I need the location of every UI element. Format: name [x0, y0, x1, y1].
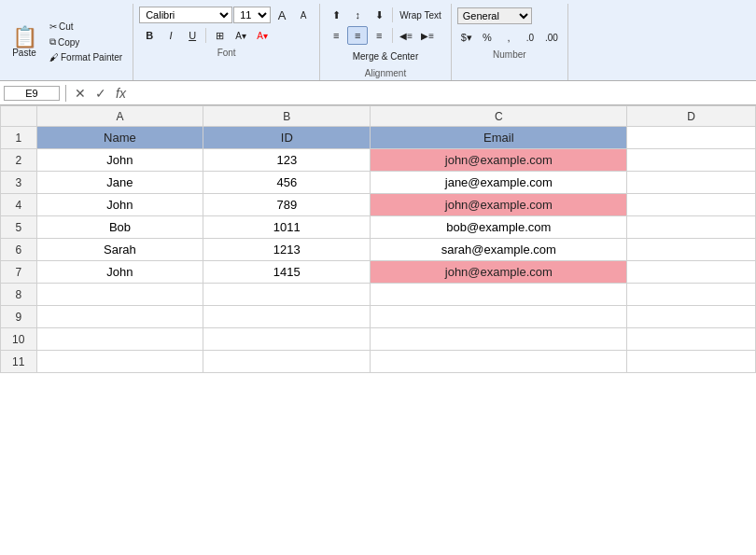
table-row: 5Bob1011bob@example.com: [1, 216, 756, 239]
cell-r8-c1[interactable]: [36, 284, 203, 306]
cell-r10-c4[interactable]: [627, 328, 756, 351]
cell-r5-c1[interactable]: Bob: [36, 216, 203, 239]
cell-r6-c3[interactable]: sarah@example.com: [371, 239, 627, 261]
row-header-11[interactable]: 11: [1, 351, 37, 373]
cell-r11-c4[interactable]: [627, 351, 756, 373]
align-left-button[interactable]: ≡: [326, 26, 346, 45]
cell-r6-c4[interactable]: [627, 239, 756, 261]
cell-r7-c3[interactable]: john@example.com: [371, 261, 627, 284]
align-center-button[interactable]: ≡: [347, 26, 368, 45]
row-header-8[interactable]: 8: [1, 284, 37, 306]
cell-r2-c4[interactable]: [627, 149, 756, 172]
name-box[interactable]: [4, 86, 60, 101]
cell-r11-c1[interactable]: [36, 351, 203, 373]
confirm-formula-button[interactable]: ✓: [92, 86, 109, 101]
cell-r1-c1[interactable]: Name: [36, 127, 203, 149]
align-bottom-button[interactable]: ⬇: [369, 6, 389, 24]
cell-r1-c4[interactable]: [627, 127, 756, 149]
font-size-select[interactable]: 11: [233, 7, 271, 23]
alignment-section: ⬆ ↕ ⬇ Wrap Text ≡ ≡ ≡ ◀≡ ▶≡ Merge & Cent…: [320, 4, 452, 80]
increase-indent-button[interactable]: ▶≡: [417, 26, 438, 45]
cell-r9-c3[interactable]: [371, 306, 627, 328]
row-header-2[interactable]: 2: [1, 149, 37, 172]
cell-r1-c3[interactable]: Email: [371, 127, 627, 149]
row-header-10[interactable]: 10: [1, 328, 37, 351]
col-header-b[interactable]: B: [203, 106, 371, 127]
fill-color-button[interactable]: A▾: [231, 26, 251, 45]
cell-r3-c3[interactable]: jane@example.com: [371, 172, 627, 194]
cell-r4-c2[interactable]: 789: [203, 194, 371, 216]
cell-r4-c3[interactable]: john@example.com: [371, 194, 627, 216]
cell-r6-c1[interactable]: Sarah: [36, 239, 203, 261]
cell-r9-c1[interactable]: [36, 306, 203, 328]
merge-row: Merge & Center: [326, 47, 445, 65]
cell-r3-c4[interactable]: [627, 172, 756, 194]
cell-r10-c1[interactable]: [36, 328, 203, 351]
font-name-select[interactable]: Calibri: [139, 7, 232, 23]
cell-r11-c3[interactable]: [371, 351, 627, 373]
cell-r2-c1[interactable]: John: [36, 149, 203, 172]
insert-function-button[interactable]: fx: [113, 86, 129, 101]
merge-center-button[interactable]: Merge & Center: [349, 47, 423, 65]
paste-button[interactable]: 📋 Paste: [6, 6, 43, 78]
percent-button[interactable]: %: [477, 28, 497, 47]
cell-r5-c2[interactable]: 1011: [203, 216, 371, 239]
paste-label: Paste: [12, 48, 36, 58]
cell-r9-c2[interactable]: [203, 306, 371, 328]
cell-r7-c2[interactable]: 1415: [203, 261, 371, 284]
cell-r3-c1[interactable]: Jane: [36, 172, 203, 194]
copy-button[interactable]: ⧉ Copy: [47, 35, 125, 49]
row-header-1[interactable]: 1: [1, 127, 37, 149]
decrease-indent-button[interactable]: ◀≡: [396, 26, 416, 45]
cell-r7-c4[interactable]: [627, 261, 756, 284]
cell-r5-c4[interactable]: [627, 216, 756, 239]
cell-r6-c2[interactable]: 1213: [203, 239, 371, 261]
cell-r11-c2[interactable]: [203, 351, 371, 373]
currency-button[interactable]: $▾: [457, 28, 476, 47]
col-header-d[interactable]: D: [627, 106, 756, 127]
cell-r9-c4[interactable]: [627, 306, 756, 328]
increase-font-button[interactable]: A: [272, 6, 292, 24]
cell-r10-c3[interactable]: [371, 328, 627, 351]
paste-icon: 📋: [12, 27, 37, 48]
cancel-formula-button[interactable]: ✕: [72, 86, 89, 101]
format-painter-button[interactable]: 🖌 Format Painter: [47, 50, 125, 64]
underline-button[interactable]: U: [182, 26, 203, 45]
col-header-c[interactable]: C: [371, 106, 627, 127]
align-middle-button[interactable]: ↕: [347, 6, 368, 24]
font-color-button[interactable]: A▾: [252, 26, 273, 45]
cell-r4-c1[interactable]: John: [36, 194, 203, 216]
cut-button[interactable]: ✂ Cut: [47, 20, 125, 34]
wrap-text-button[interactable]: Wrap Text: [396, 6, 445, 24]
borders-button[interactable]: ⊞: [209, 26, 230, 45]
cell-r2-c2[interactable]: 123: [203, 149, 371, 172]
comma-button[interactable]: ,: [498, 28, 519, 47]
number-format-select[interactable]: General: [457, 7, 532, 24]
row-header-9[interactable]: 9: [1, 306, 37, 328]
bold-button[interactable]: B: [139, 26, 160, 45]
row-header-6[interactable]: 6: [1, 239, 37, 261]
cell-r3-c2[interactable]: 456: [203, 172, 371, 194]
cell-r8-c3[interactable]: [371, 284, 627, 306]
cell-r8-c4[interactable]: [627, 284, 756, 306]
cell-r5-c3[interactable]: bob@example.com: [371, 216, 627, 239]
italic-button[interactable]: I: [161, 26, 181, 45]
decrease-decimal-button[interactable]: .0: [520, 28, 540, 47]
formula-input[interactable]: [133, 87, 752, 100]
cell-r4-c4[interactable]: [627, 194, 756, 216]
align-top-button[interactable]: ⬆: [326, 6, 346, 24]
row-header-4[interactable]: 4: [1, 194, 37, 216]
decrease-font-button[interactable]: A: [293, 6, 314, 24]
cell-r7-c1[interactable]: John: [36, 261, 203, 284]
cell-r1-c2[interactable]: ID: [203, 127, 371, 149]
row-header-3[interactable]: 3: [1, 172, 37, 194]
align-right-button[interactable]: ≡: [369, 26, 389, 45]
row-header-7[interactable]: 7: [1, 261, 37, 284]
cell-r10-c2[interactable]: [203, 328, 371, 351]
cell-r8-c2[interactable]: [203, 284, 371, 306]
number-btn-row: $▾ % , .0 .00: [457, 28, 562, 47]
cell-r2-c3[interactable]: john@example.com: [371, 149, 627, 172]
row-header-5[interactable]: 5: [1, 216, 37, 239]
increase-decimal-button[interactable]: .00: [541, 28, 562, 47]
col-header-a[interactable]: A: [36, 106, 203, 127]
